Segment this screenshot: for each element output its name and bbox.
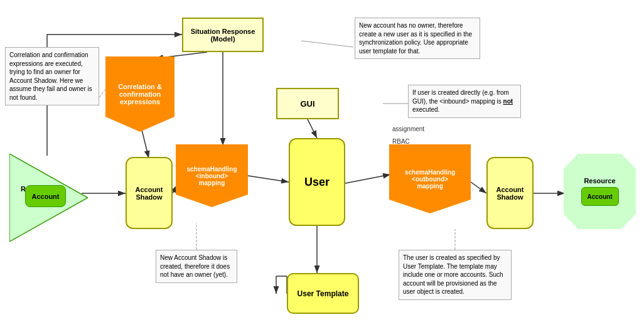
diagram: Situation Response(Model) GUI Correlatio… <box>0 0 644 327</box>
resource-right-container: Resource Account <box>564 154 636 229</box>
correlation-box: Correlation &confirmationexpressions <box>105 56 174 132</box>
account-shadow-left: AccountShadow <box>126 157 173 229</box>
account-right-label: Account <box>588 193 613 200</box>
schema-outbound-group: assignment RBAC schemaHandling<outbound>… <box>389 135 471 217</box>
resource-right-octagon: Resource Account <box>564 154 636 229</box>
account-right: Account <box>581 187 619 206</box>
account-shadow-right: AccountShadow <box>486 157 534 229</box>
situation-response-label: Situation Response(Model) <box>191 28 255 43</box>
resource-right-label: Resource <box>584 177 615 185</box>
note-correlation-text: Correlation and confirmation expressions… <box>9 51 92 101</box>
user-box: User <box>289 138 345 226</box>
user-label: User <box>304 176 330 189</box>
account-left-label: Account <box>32 193 60 200</box>
svg-line-5 <box>345 174 390 183</box>
note-no-owner: New account has no owner, therefore crea… <box>355 18 480 59</box>
user-template-box: User Template <box>287 273 359 314</box>
gui-label: GUI <box>300 99 314 109</box>
note-user-created: The user is created as specified by User… <box>399 250 512 300</box>
note-new-shadow: New Account Shadow is created, therefore… <box>156 250 237 283</box>
correlation-label: Correlation &confirmationexpressions <box>118 83 162 105</box>
svg-line-11 <box>308 119 317 138</box>
situation-response-box: Situation Response(Model) <box>182 18 264 52</box>
account-left: Account <box>25 185 66 207</box>
rbac-label: RBAC <box>392 138 410 145</box>
svg-line-4 <box>248 176 289 182</box>
assignment-label: assignment <box>392 126 424 132</box>
note-gui: If user is created directly (e.g. from G… <box>408 85 521 118</box>
note-correlation: Correlation and confirmation expressions… <box>5 47 99 105</box>
schema-outbound-box: schemaHandling<outbound>mapping <box>389 144 471 213</box>
gui-box: GUI <box>276 88 339 119</box>
user-template-label: User Template <box>298 289 349 298</box>
schema-inbound-label: schemaHandling<inbound>mapping <box>186 166 237 186</box>
account-shadow-left-label: AccountShadow <box>136 186 163 201</box>
note-no-owner-text: New account has no owner, therefore crea… <box>359 22 472 55</box>
schema-outbound-label: schemaHandling<outbound>mapping <box>405 169 455 190</box>
account-shadow-right-label: AccountShadow <box>496 186 524 201</box>
note-user-created-text: The user is created as specified by User… <box>403 254 503 295</box>
note-new-shadow-text: New Account Shadow is created, therefore… <box>160 254 230 278</box>
schema-inbound-box: schemaHandling<inbound>mapping <box>176 144 248 207</box>
note-gui-text: If user is created directly (e.g. from G… <box>412 89 513 113</box>
svg-line-17 <box>301 41 353 47</box>
svg-line-6 <box>471 182 486 193</box>
